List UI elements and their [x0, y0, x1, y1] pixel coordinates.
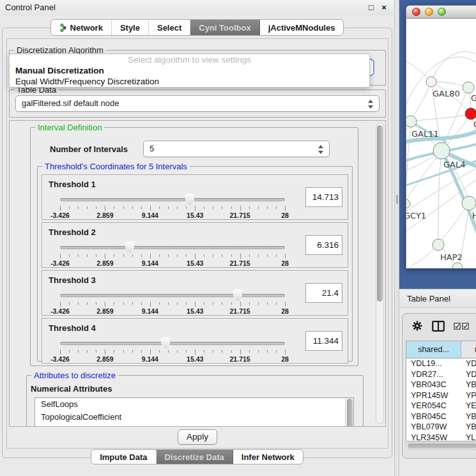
node-label: H	[472, 211, 476, 220]
interval-definition-group: Interval Definition Number of Intervals …	[30, 127, 358, 366]
table-header-row: shared... na	[406, 341, 476, 358]
threshold-value-field[interactable]: 14.713	[305, 187, 342, 207]
tab-cyni-toolbox[interactable]: Cyni Toolbox	[190, 20, 259, 35]
slider-tick-labels: -3.4262.8599.14415.4321.71528	[60, 211, 285, 219]
table-row[interactable]: YLR345WYLR3	[406, 433, 476, 442]
table-row[interactable]: YBR043CYBR0	[406, 380, 476, 390]
network-node[interactable]	[452, 263, 463, 268]
slider-thumb[interactable]	[185, 194, 195, 206]
zoom-traffic-light[interactable]	[438, 8, 446, 16]
list-scrollbar[interactable]	[345, 398, 353, 427]
tab-select[interactable]: Select	[149, 20, 190, 35]
dropdown-option-equal-width-frequency[interactable]: Equal Width/Frequency Discretization	[10, 76, 369, 87]
table-row[interactable]: YBR045CYBR0	[406, 411, 476, 422]
node-label: GAL11	[411, 129, 439, 139]
float-icon[interactable]: □	[366, 3, 376, 13]
bottom-tab-infer-network[interactable]: Infer Network	[233, 450, 303, 464]
network-node-gcy1[interactable]	[406, 199, 410, 208]
thresholds-group: Threshold's Coordinates for 5 Intervals …	[37, 166, 353, 362]
node-label: GAL4	[443, 160, 465, 169]
column-header-name[interactable]: na	[461, 341, 476, 358]
tab-label: Select	[157, 23, 181, 33]
table-hscrollbar[interactable]	[406, 442, 476, 450]
network-canvas[interactable]: GAL80GACGAL11GAL4GCY1HHAP2	[406, 19, 476, 268]
close-icon[interactable]: ×	[379, 3, 389, 13]
control-panel-tab-bar: NetworkStyleSelectCyni ToolboxjActiveMNo…	[0, 19, 394, 36]
network-node-h[interactable]	[462, 196, 476, 210]
pane-divider[interactable]	[394, 0, 399, 476]
slider-thumb[interactable]	[233, 289, 243, 302]
table-data-combobox-value: galFiltered.sif default node	[22, 98, 119, 108]
network-node-gal4[interactable]	[433, 142, 450, 159]
tab-style[interactable]: Style	[112, 20, 149, 35]
cell-name: YBR0	[461, 380, 476, 390]
node-table: shared... na YDL19...YDL1YDR27...YDR2YBR…	[406, 341, 476, 441]
tab-network[interactable]: Network	[51, 20, 112, 35]
network-node-c[interactable]	[465, 108, 476, 119]
table-row[interactable]: YPR145WYPR1	[406, 390, 476, 401]
table-row[interactable]: YER054CYER0	[406, 401, 476, 411]
threshold-panel-4: Threshold 4-3.4262.8599.14415.4321.71528…	[42, 318, 348, 364]
settings-scrollbar[interactable]	[376, 123, 384, 424]
slider-track[interactable]	[60, 342, 285, 345]
network-node-gal80[interactable]	[426, 77, 436, 87]
attribute-item-betweennesscentrality[interactable]: BetweennessCentrality	[35, 424, 353, 427]
bottom-tab-impute-data[interactable]: Impute Data	[91, 450, 156, 464]
split-columns-icon[interactable]	[432, 321, 445, 332]
cell-shared-name: YBR045C	[406, 411, 461, 422]
threshold-label: Threshold 1	[49, 180, 96, 189]
node-label: GCY1	[406, 211, 426, 220]
column-header-shared-name[interactable]: shared...	[406, 341, 461, 358]
table-row[interactable]: YDL19...YDL1	[406, 358, 476, 369]
network-node-hap2[interactable]	[433, 239, 444, 250]
threshold-panel-1: Threshold 1-3.4262.8599.14415.4321.71528…	[42, 174, 348, 220]
attribute-item-selfloops[interactable]: SelfLoops	[35, 398, 353, 411]
cell-shared-name: YBL079W	[406, 422, 461, 433]
attribute-item-topologicalcoefficient[interactable]: TopologicalCoefficient	[35, 411, 353, 424]
minimize-traffic-light[interactable]	[425, 8, 433, 16]
threshold-slider[interactable]: -3.4262.8599.14415.4321.71528	[60, 288, 285, 316]
threshold-slider[interactable]: -3.4262.8599.14415.4321.71528	[60, 335, 285, 364]
cell-name: YPR1	[461, 390, 476, 401]
slider-track[interactable]	[60, 294, 285, 297]
divider-grip-icon[interactable]	[396, 195, 398, 204]
network-node-gal11[interactable]	[406, 116, 417, 127]
slider-thumb[interactable]	[161, 337, 171, 349]
slider-track[interactable]	[60, 246, 285, 249]
attributes-group: Attributes to discretize Numerical Attri…	[26, 375, 364, 427]
close-traffic-light[interactable]	[412, 8, 420, 16]
threshold-label: Threshold 3	[49, 275, 96, 285]
slider-ticks	[60, 301, 285, 307]
combobox-arrows-icon	[318, 144, 324, 155]
threshold-slider[interactable]: -3.4262.8599.14415.4321.71528	[60, 240, 285, 268]
table-data-combobox[interactable]: galFiltered.sif default node	[15, 95, 380, 112]
slider-thumb[interactable]	[125, 242, 135, 254]
slider-track[interactable]	[60, 198, 285, 201]
network-node-ga[interactable]	[463, 82, 474, 93]
cell-name: YDL1	[461, 358, 476, 369]
combobox-arrows-icon	[368, 99, 374, 109]
checkbox-icon[interactable]	[454, 323, 461, 330]
cell-shared-name: YDR27...	[406, 369, 461, 380]
tab-jactivemnodules[interactable]: jActiveMNodules	[260, 20, 344, 35]
number-of-intervals-combobox[interactable]: 5	[143, 141, 330, 157]
threshold-slider[interactable]: -3.4262.8599.14415.4321.71528	[60, 192, 285, 220]
dropdown-option-manual-discretization[interactable]: Manual Discretization	[10, 65, 369, 76]
bottom-tab-discretize-data[interactable]: Discretize Data	[157, 450, 233, 464]
network-edge	[438, 151, 441, 243]
checkbox-icon[interactable]	[462, 323, 469, 330]
slider-ticks	[60, 205, 285, 211]
attributes-group-title: Attributes to discretize	[31, 371, 118, 380]
apply-button[interactable]: Apply	[178, 429, 217, 445]
cell-shared-name: YBR043C	[406, 380, 461, 390]
settings-scrollpane: Interval Definition Number of Intervals …	[9, 120, 386, 427]
threshold-value-field[interactable]: 6.316	[305, 235, 342, 255]
threshold-value-field[interactable]: 21.4	[305, 283, 342, 303]
cell-name: YBL0	[461, 422, 476, 433]
table-row[interactable]: YBL079WYBL0	[406, 422, 476, 433]
table-row[interactable]: YDR27...YDR2	[406, 369, 476, 380]
network-window-titlebar[interactable]	[406, 5, 476, 19]
threshold-value-field[interactable]: 11.344	[305, 331, 342, 351]
gear-icon[interactable]	[411, 320, 423, 332]
slider-tick-labels: -3.4262.8599.14415.4321.71528	[60, 259, 285, 267]
